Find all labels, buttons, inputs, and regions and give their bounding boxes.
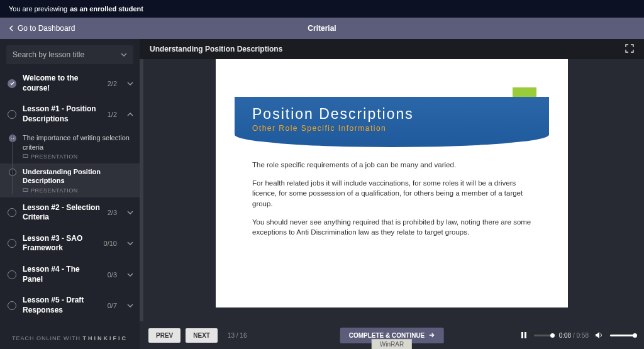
lesson-title: Lesson #2 - Selection Criteria [23,203,101,223]
chevron-down-icon [121,52,127,57]
check-icon [8,79,16,88]
content-title: Understanding Position Descriptions [150,45,282,53]
course-title: Criterial [0,24,644,33]
chevron-up-icon [127,112,133,117]
chevron-down-icon [127,241,133,246]
chevron-down-icon [127,81,133,86]
lesson-progress: 2/3 [108,209,117,216]
slide-paragraph: For health related jobs it will include … [252,178,531,209]
lesson-progress: 0/3 [108,271,117,279]
status-circle-icon [8,208,16,217]
lesson-sidebar: Search by lesson title Welcome to the co… [0,39,140,349]
next-button[interactable]: NEXT [186,328,218,343]
volume-slider[interactable] [610,335,635,336]
status-circle-icon [9,169,16,176]
preview-text: You are previewing [9,5,67,13]
back-to-dashboard[interactable]: Go to Dashboard [9,24,75,33]
lesson-row[interactable]: Lesson #5 - Draft Responses 0/7 [0,290,140,321]
slide-paragraph: The role specific requirements of a job … [252,160,531,170]
slide-title: Position Descriptions [252,106,531,123]
status-circle-icon [8,270,16,279]
content-header: Understanding Position Descriptions [140,39,644,59]
chevron-down-icon [127,210,133,215]
lesson-progress: 0/7 [108,302,117,309]
content-main: Understanding Position Descriptions 20 P… [140,39,644,349]
prev-button[interactable]: PREV [148,328,180,343]
volume-icon[interactable] [595,331,604,339]
svg-rect-1 [23,189,28,192]
fullscreen-icon[interactable] [625,44,634,55]
presentation-icon [23,187,28,193]
lesson-subitem[interactable]: The importance of writing selection crit… [0,130,140,163]
lesson-title: Welcome to the course! [23,74,101,93]
lesson-title: Lesson #4 - The Panel [23,265,101,284]
slide-paragraph: You should never see anything required t… [252,217,531,238]
lesson-title: Lesson #5 - Draft Responses [23,296,101,315]
search-lessons[interactable]: Search by lesson title [6,45,133,64]
lesson-row[interactable]: Lesson #2 - Selection Criteria 2/3 [0,197,140,228]
lesson-row[interactable]: Welcome to the course! 2/2 [0,68,140,99]
subitem-type: PRESENTATION [23,187,133,194]
presentation-icon [23,153,28,159]
lesson-row[interactable]: Lesson #6 - The Bonus Lesson 0/2 [0,321,140,328]
lesson-title: Lesson #3 - SAO Framework [23,234,97,253]
lesson-subitem[interactable]: Understanding Position Descriptions PRES… [0,163,140,197]
lesson-progress: 1/2 [108,111,117,118]
timeline-connector [12,133,13,193]
svg-rect-0 [23,155,28,158]
seek-bar[interactable] [534,335,553,336]
audio-controls: 0:08 / 0:58 [520,331,635,339]
lesson-list: Welcome to the course! 2/2 Lesson #1 - P… [0,68,140,328]
lesson-row[interactable]: Lesson #1 - Position Descriptions 1/2 [0,99,140,130]
slide-subtitle: Other Role Specific Information [252,124,531,133]
lesson-row[interactable]: Lesson #4 - The Panel 0/3 [0,259,140,290]
lesson-row[interactable]: Lesson #3 - SAO Framework 0/10 [0,228,140,259]
time-display: 0:08 / 0:58 [559,332,589,339]
slide-viewport: 20 Position Descriptions Other Role Spec… [140,59,644,321]
subitem-title: Understanding Position Descriptions [23,167,133,186]
slide-banner: Position Descriptions Other Role Specifi… [235,97,549,147]
chevron-left-icon [9,25,14,31]
slide-body: The role specific requirements of a job … [252,160,531,245]
preview-bar: You are previewing as an enrolled studen… [0,0,644,18]
brand-name: THINKIFIC [83,335,128,341]
svg-rect-3 [525,332,526,338]
search-placeholder: Search by lesson title [13,50,84,59]
sidebar-footer: TEACH ONLINE WITH THINKIFIC [0,328,140,349]
back-label: Go to Dashboard [18,24,75,33]
chevron-down-icon [127,272,133,277]
taskbar-app[interactable]: WinRAR [372,339,412,349]
subitem-title: The importance of writing selection crit… [23,133,133,152]
lesson-title: Lesson #6 - The Bonus Lesson [23,326,101,328]
status-circle-icon [8,110,16,119]
svg-rect-2 [521,332,523,338]
pause-button[interactable] [520,331,528,339]
preview-role: as an enrolled student [70,5,143,13]
course-header: Go to Dashboard Criterial [0,18,644,39]
check-icon [9,135,16,142]
lesson-title: Lesson #1 - Position Descriptions [23,104,101,124]
status-circle-icon [8,301,16,310]
arrow-right-icon [428,333,435,338]
lesson-progress: 2/2 [108,80,117,87]
lesson-progress: 0/10 [104,240,117,247]
status-circle-icon [8,239,16,248]
chevron-down-icon [127,303,133,308]
subitem-type: PRESENTATION [23,153,133,160]
slide: 20 Position Descriptions Other Role Spec… [216,59,568,307]
slide-counter: 13 / 16 [228,332,247,339]
